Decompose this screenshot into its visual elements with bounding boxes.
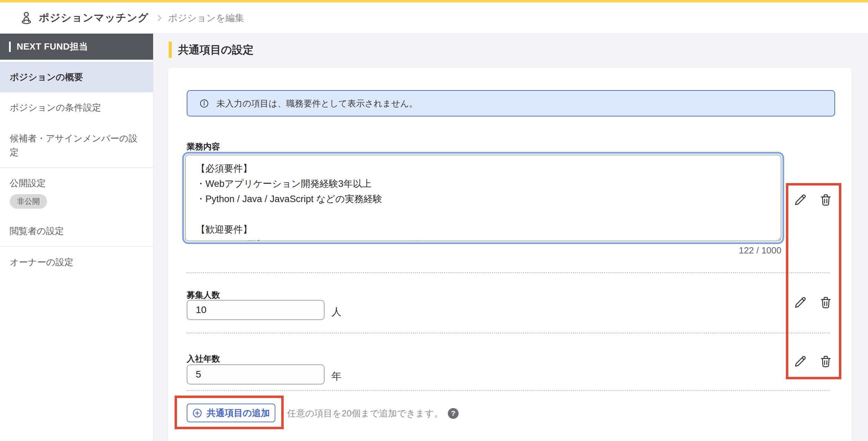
sidebar-group-publish: 公開設定 非公開 閲覧者の設定 xyxy=(0,167,153,247)
info-banner-text: 未入力の項目は、職務要件として表示されません。 xyxy=(216,98,418,109)
delete-job-description-button[interactable] xyxy=(819,193,832,206)
sidebar-item-publish-settings[interactable]: 公開設定 xyxy=(0,168,153,193)
info-banner: 未入力の項目は、職務要件として表示されません。 xyxy=(187,90,835,116)
app-title[interactable]: ポジションマッチング xyxy=(39,11,149,25)
tenure-label: 入社年数 xyxy=(187,353,220,364)
sidebar-org-header: NEXT FUND担当 xyxy=(0,34,153,60)
add-common-item-button[interactable]: 共通項目の追加 xyxy=(187,404,275,422)
row-divider xyxy=(187,390,830,391)
edit-tenure-button[interactable] xyxy=(794,355,807,368)
top-accent-bar xyxy=(0,0,868,2)
sidebar-item-viewer-settings[interactable]: 閲覧者の設定 xyxy=(0,216,153,246)
info-icon xyxy=(200,99,209,108)
heading-accent-bar xyxy=(169,42,172,58)
plus-circle-icon xyxy=(192,408,202,418)
pencil-icon xyxy=(794,296,807,309)
pencil-icon xyxy=(794,193,807,206)
breadcrumb-current-page: ポジションを編集 xyxy=(168,12,244,24)
position-pin-icon xyxy=(19,10,34,26)
org-header-accent-bar xyxy=(9,42,11,52)
app-header: ポジションマッチング ポジションを編集 xyxy=(0,2,868,34)
pencil-icon xyxy=(794,355,807,368)
sidebar-item-owner-settings[interactable]: オーナーの設定 xyxy=(0,247,153,277)
trash-icon xyxy=(819,296,832,309)
delete-headcount-button[interactable] xyxy=(819,296,832,309)
sidebar-group-owner: オーナーの設定 xyxy=(0,247,153,277)
headcount-unit: 人 xyxy=(331,305,342,319)
main-content: 共通項目の設定 未入力の項目は、職務要件として表示されません。 業務内容 【必須… xyxy=(154,34,868,441)
org-label: NEXT FUND担当 xyxy=(17,41,88,53)
annotation-box-actions xyxy=(786,183,841,379)
help-icon[interactable]: ? xyxy=(448,408,459,419)
delete-tenure-button[interactable] xyxy=(819,355,832,368)
add-helper-row: 任意の項目を20個まで追加できます。 ? xyxy=(287,407,459,420)
settings-card: 未入力の項目は、職務要件として表示されません。 業務内容 【必須要件】 ・Web… xyxy=(168,67,852,441)
tenure-input[interactable] xyxy=(187,364,325,384)
char-counter: 122 / 1000 xyxy=(185,245,781,256)
sidebar-item-position-overview[interactable]: ポジションの概要 xyxy=(0,62,153,92)
headcount-label: 募集人数 xyxy=(187,289,220,301)
add-helper-text: 任意の項目を20個まで追加できます。 xyxy=(287,407,443,420)
trash-icon xyxy=(819,355,832,368)
section-heading: 共通項目の設定 xyxy=(169,42,254,58)
sidebar-item-candidates-assign-members[interactable]: 候補者・アサインメンバーの設定 xyxy=(0,123,153,168)
sidebar-item-position-conditions[interactable]: ポジションの条件設定 xyxy=(0,92,153,123)
sidebar-group-position: ポジションの概要 ポジションの条件設定 候補者・アサインメンバーの設定 xyxy=(0,60,153,167)
headcount-input[interactable] xyxy=(187,300,325,320)
section-title: 共通項目の設定 xyxy=(178,43,254,57)
trash-icon xyxy=(819,193,832,206)
job-description-label: 業務内容 xyxy=(187,141,220,152)
status-badge-private: 非公開 xyxy=(10,194,47,209)
job-description-textarea[interactable]: 【必須要件】 ・Webアプリケーション開発経験3年以上 ・Python / Ja… xyxy=(185,155,781,241)
row-divider xyxy=(187,272,830,273)
add-common-item-label: 共通項目の追加 xyxy=(207,407,270,419)
chevron-right-icon xyxy=(155,14,164,23)
row-divider xyxy=(187,332,830,334)
edit-job-description-button[interactable] xyxy=(794,193,807,206)
sidebar: NEXT FUND担当 ポジションの概要 ポジションの条件設定 候補者・アサイン… xyxy=(0,34,153,441)
edit-headcount-button[interactable] xyxy=(794,296,807,309)
tenure-unit: 年 xyxy=(331,370,342,383)
